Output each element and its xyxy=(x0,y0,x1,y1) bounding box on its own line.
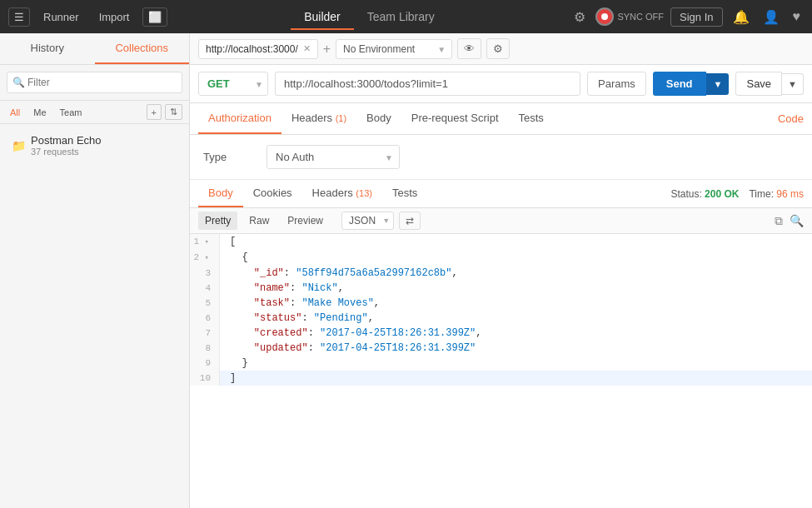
line-content: } xyxy=(220,356,248,371)
url-input[interactable] xyxy=(275,72,580,96)
heart-icon[interactable]: ♥ xyxy=(790,6,805,27)
sort-collections-button[interactable]: ⇅ xyxy=(165,104,182,120)
tab-tests[interactable]: Tests xyxy=(509,103,554,134)
tab-collections[interactable]: Collections xyxy=(95,33,190,64)
line-content: "status": "Pending", xyxy=(220,311,374,326)
method-select[interactable]: GET POST PUT DELETE PATCH xyxy=(198,72,268,96)
auth-type-label: Type xyxy=(203,151,253,163)
response-status: Status: 200 OK Time: 96 ms xyxy=(670,188,804,200)
new-tab-button[interactable]: ⬜ xyxy=(142,7,167,27)
notifications-icon[interactable]: 🔔 xyxy=(730,6,753,28)
line-content: "updated": "2017-04-25T18:26:31.399Z" xyxy=(220,341,476,356)
preview-button[interactable]: 👁 xyxy=(457,38,481,59)
sync-area: SYNC OFF xyxy=(595,7,664,26)
tab-history[interactable]: History xyxy=(0,33,95,64)
save-arrow-button[interactable]: ▼ xyxy=(782,73,804,95)
user-icon[interactable]: 👤 xyxy=(760,6,783,28)
code-line: 5 "task": "Make Moves", xyxy=(190,296,812,311)
params-button[interactable]: Params xyxy=(587,72,646,96)
import-button[interactable]: Import xyxy=(92,7,137,27)
tab-close-button[interactable]: ✕ xyxy=(303,43,311,54)
sidebar-toggle-button[interactable]: ☰ xyxy=(8,7,30,27)
tab-builder[interactable]: Builder xyxy=(291,3,354,30)
line-content: ] xyxy=(220,371,236,386)
tab-body[interactable]: Body xyxy=(356,103,401,134)
auth-select-wrapper: No Auth Basic Auth Bearer Token OAuth 2.… xyxy=(267,145,400,169)
line-number: 5 xyxy=(190,296,220,311)
request-area: http://localhost:3000/ ✕ + No Environmen… xyxy=(190,33,812,508)
runner-button[interactable]: Runner xyxy=(37,7,86,27)
tab-response-headers[interactable]: Headers (13) xyxy=(302,180,382,207)
line-content: "task": "Make Moves", xyxy=(220,296,380,311)
sync-dot xyxy=(595,7,614,26)
top-nav: ☰ Runner Import ⬜ Builder Team Library ⚙… xyxy=(0,0,812,33)
time-label: Time: 96 ms xyxy=(749,188,804,200)
line-content: { xyxy=(220,250,248,266)
tab-response-body[interactable]: Body xyxy=(198,180,243,207)
settings-button[interactable]: ⚙ xyxy=(486,38,510,59)
line-number: 2 ▾ xyxy=(190,250,220,266)
line-content: "created": "2017-04-25T18:26:31.399Z", xyxy=(220,326,481,341)
http-row: GET POST PUT DELETE PATCH ▼ Params Send … xyxy=(190,65,812,103)
code-view: 1 ▾ [ 2 ▾ { 3 "_id": "58ff94d75a6a5a2997… xyxy=(190,234,812,508)
search-input[interactable] xyxy=(7,72,182,93)
send-group: Send ▼ xyxy=(653,72,730,96)
code-line: 10 ] xyxy=(190,371,812,386)
code-link-button[interactable]: Code xyxy=(778,112,804,125)
add-tab-button[interactable]: + xyxy=(323,42,331,57)
format-select-wrapper: JSON XML HTML Text ▼ xyxy=(341,212,394,230)
line-number: 4 xyxy=(190,281,220,296)
tab-headers[interactable]: Headers (1) xyxy=(281,103,356,134)
tab-authorization[interactable]: Authorization xyxy=(198,103,281,134)
status-value: 200 OK xyxy=(705,188,739,200)
environment-select[interactable]: No Environment xyxy=(336,39,452,59)
sidebar-collection: 📁 Postman Echo 37 requests xyxy=(0,124,189,167)
status-label: Status: 200 OK xyxy=(670,188,739,200)
search-response-button[interactable]: 🔍 xyxy=(790,214,804,228)
code-line: 1 ▾ [ xyxy=(190,234,812,250)
send-button[interactable]: Send xyxy=(653,72,706,96)
response-body: Pretty Raw Preview JSON XML HTML Text ▼ … xyxy=(190,208,812,508)
filter-all-button[interactable]: All xyxy=(7,106,23,119)
auth-type-select[interactable]: No Auth Basic Auth Bearer Token OAuth 2.… xyxy=(267,145,400,169)
collection-name: Postman Echo xyxy=(31,134,177,147)
send-arrow-button[interactable]: ▼ xyxy=(706,73,730,95)
code-line: 7 "created": "2017-04-25T18:26:31.399Z", xyxy=(190,326,812,341)
pretty-button[interactable]: Pretty xyxy=(198,212,237,230)
preview-button-body[interactable]: Preview xyxy=(281,212,330,230)
response-tabs: Body Cookies Headers (13) Tests Status: … xyxy=(190,180,812,208)
raw-button[interactable]: Raw xyxy=(242,212,276,230)
url-bar: http://localhost:3000/ ✕ + No Environmen… xyxy=(190,33,812,65)
nav-right: ⚙ SYNC OFF Sign In 🔔 👤 ♥ xyxy=(570,6,804,28)
tab-response-tests[interactable]: Tests xyxy=(382,180,427,207)
list-item[interactable]: 📁 Postman Echo 37 requests xyxy=(7,131,182,160)
env-wrapper: No Environment ▼ xyxy=(336,39,452,59)
collection-count: 37 requests xyxy=(31,147,177,157)
filter-me-button[interactable]: Me xyxy=(30,106,49,119)
tab-cookies[interactable]: Cookies xyxy=(243,180,302,207)
nav-left: ☰ Runner Import ⬜ xyxy=(8,7,167,27)
copy-button[interactable]: ⧉ xyxy=(775,214,783,228)
format-select[interactable]: JSON XML HTML Text xyxy=(341,212,394,230)
sidebar-tabs: History Collections xyxy=(0,33,189,65)
wrap-button[interactable]: ⇄ xyxy=(399,212,421,230)
tab-url-label: http://localhost:3000/ xyxy=(206,43,298,55)
line-number: 3 xyxy=(190,266,220,281)
sign-in-button[interactable]: Sign In xyxy=(670,7,722,27)
request-tabs: Authorization Headers (1) Body Pre-reque… xyxy=(190,103,812,135)
time-value: 96 ms xyxy=(776,188,804,200)
line-content: "_id": "58ff94d75a6a5a2997162c8b", xyxy=(220,266,458,281)
add-collection-button[interactable]: + xyxy=(147,104,162,120)
folder-icon: 📁 xyxy=(12,139,26,152)
tab-team-library[interactable]: Team Library xyxy=(354,3,448,30)
sidebar: History Collections 🔍 All Me Team + ⇅ 📁 … xyxy=(0,33,190,508)
line-number: 7 xyxy=(190,326,220,341)
code-line: 8 "updated": "2017-04-25T18:26:31.399Z" xyxy=(190,341,812,356)
save-button[interactable]: Save xyxy=(735,72,782,96)
tab-prerequest[interactable]: Pre-request Script xyxy=(401,103,509,134)
filter-team-button[interactable]: Team xyxy=(57,106,86,119)
collection-info: Postman Echo 37 requests xyxy=(31,134,177,157)
settings-icon[interactable]: ⚙ xyxy=(570,6,589,28)
sidebar-filters: All Me Team + ⇅ xyxy=(0,101,189,124)
line-number: 6 xyxy=(190,311,220,326)
